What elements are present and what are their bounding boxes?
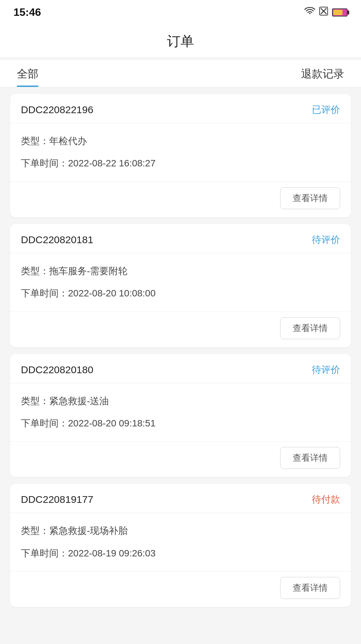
order-body: 类型：紧急救援-送油 下单时间：2022-08-20 09:18:51 (10, 383, 351, 442)
tab-all[interactable]: 全部 (17, 67, 38, 87)
order-status: 待评价 (312, 363, 340, 376)
order-time: 下单时间：2022-08-19 09:26:03 (21, 542, 340, 565)
order-time: 下单时间：2022-08-20 10:08:00 (21, 282, 340, 304)
order-id: DDC220820180 (21, 364, 93, 376)
order-list: DDC220822196 已评价 类型：年检代办 下单时间：2022-08-22… (0, 87, 361, 614)
order-card: DDC220820180 待评价 类型：紧急救援-送油 下单时间：2022-08… (10, 354, 351, 477)
order-status: 待付款 (312, 493, 340, 506)
detail-button[interactable]: 查看详情 (280, 187, 340, 209)
status-time: 15:46 (13, 6, 41, 19)
order-time: 下单时间：2022-08-20 09:18:51 (21, 412, 340, 434)
order-footer: 查看详情 (10, 312, 351, 347)
page-header: 订单 (0, 22, 361, 57)
status-icons (304, 7, 348, 18)
order-type: 类型：紧急救援-现场补胎 (21, 520, 340, 542)
wifi-icon (304, 7, 315, 18)
order-id: DDC220819177 (21, 494, 93, 505)
order-id: DDC220822196 (21, 104, 93, 116)
order-status: 已评价 (312, 103, 340, 116)
order-footer: 查看详情 (10, 441, 351, 477)
order-body: 类型：紧急救援-现场补胎 下单时间：2022-08-19 09:26:03 (10, 513, 351, 571)
detail-button[interactable]: 查看详情 (280, 317, 340, 339)
tab-bar: 全部 退款记录 (0, 60, 361, 87)
order-header: DDC220822196 已评价 (10, 94, 351, 123)
page-title: 订单 (0, 32, 361, 51)
order-body: 类型：年检代办 下单时间：2022-08-22 16:08:27 (10, 123, 351, 182)
order-time: 下单时间：2022-08-22 16:08:27 (21, 152, 340, 174)
detail-button[interactable]: 查看详情 (280, 577, 340, 599)
tab-refund[interactable]: 退款记录 (301, 67, 344, 87)
order-body: 类型：拖车服务-需要附轮 下单时间：2022-08-20 10:08:00 (10, 253, 351, 312)
order-header: DDC220819177 待付款 (10, 484, 351, 513)
battery-icon (332, 8, 348, 17)
order-header: DDC220820181 待评价 (10, 224, 351, 253)
order-type: 类型：年检代办 (21, 130, 340, 152)
sim-icon (319, 7, 328, 18)
order-status: 待评价 (312, 233, 340, 246)
order-id: DDC220820181 (21, 234, 93, 246)
order-footer: 查看详情 (10, 182, 351, 217)
order-type: 类型：紧急救援-送油 (21, 390, 340, 412)
order-footer: 查看详情 (10, 571, 351, 607)
order-header: DDC220820180 待评价 (10, 354, 351, 383)
detail-button[interactable]: 查看详情 (280, 447, 340, 469)
order-type: 类型：拖车服务-需要附轮 (21, 260, 340, 282)
order-card: DDC220819177 待付款 类型：紧急救援-现场补胎 下单时间：2022-… (10, 484, 351, 607)
order-card: DDC220820181 待评价 类型：拖车服务-需要附轮 下单时间：2022-… (10, 224, 351, 347)
order-card: DDC220822196 已评价 类型：年检代办 下单时间：2022-08-22… (10, 94, 351, 217)
status-bar: 15:46 (0, 0, 361, 22)
